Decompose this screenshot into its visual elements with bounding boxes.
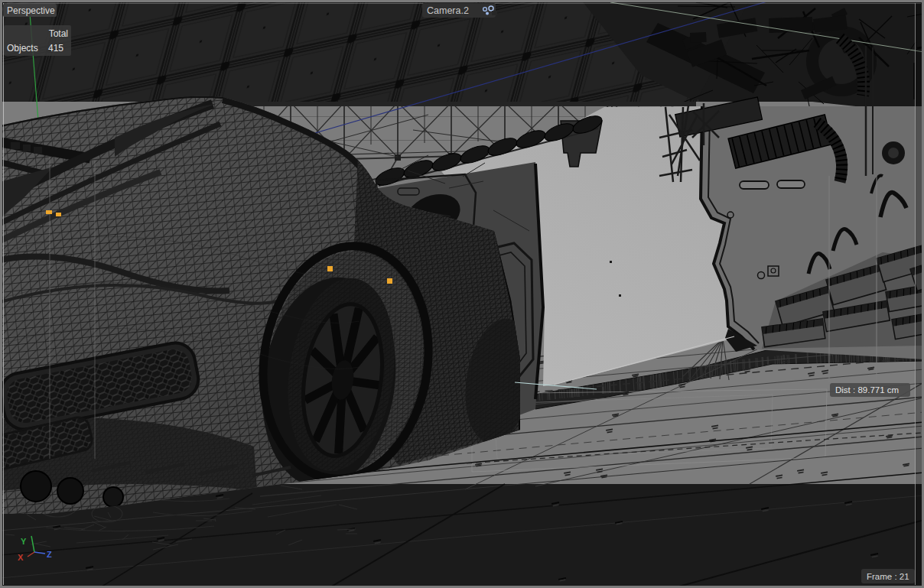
svg-text:Objects: Objects — [7, 43, 38, 54]
svg-text:Dist : 89.771 cm: Dist : 89.771 cm — [835, 385, 899, 395]
svg-text:Total: Total — [49, 28, 68, 39]
svg-text:X: X — [18, 553, 24, 562]
svg-text:Z: Z — [47, 550, 52, 559]
svg-text:Frame : 21: Frame : 21 — [867, 572, 909, 581]
svg-text:Y: Y — [21, 537, 27, 546]
svg-text:Perspective: Perspective — [7, 5, 55, 16]
svg-text:415: 415 — [48, 43, 63, 54]
svg-text:Camera.2: Camera.2 — [427, 5, 469, 16]
